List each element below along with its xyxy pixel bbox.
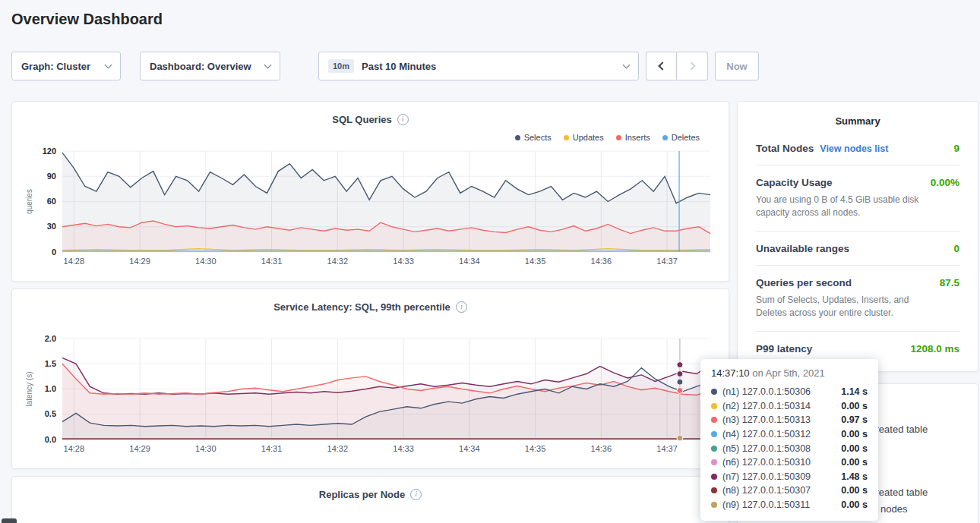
legend-item[interactable]: Selects (515, 133, 552, 142)
svg-text:14:28: 14:28 (64, 444, 85, 453)
summary-row-qps: Queries per second 87.5 (756, 266, 959, 288)
svg-text:14:33: 14:33 (393, 444, 414, 453)
svg-text:14:32: 14:32 (327, 257, 349, 266)
unavailable-ranges-value: 0 (953, 243, 959, 254)
time-step-forward-button[interactable] (677, 52, 708, 80)
service-latency-title-row: Service Latency: SQL, 99th percentile i (12, 289, 729, 313)
node-address: (n6) 127.0.0.1:50310 (722, 457, 836, 468)
sql-queries-card: SQL Queries i Selects Updates Inserts De… (11, 101, 729, 282)
svg-text:120: 120 (43, 147, 56, 156)
node-color-dot-icon (711, 487, 717, 493)
node-color-dot-icon (711, 403, 717, 409)
node-latency-value: 1.14 s (841, 386, 868, 397)
dashboard-dropdown[interactable]: Dashboard: Overview (140, 52, 280, 80)
node-color-dot-icon (711, 502, 717, 508)
service-latency-chart[interactable]: 0.00.51.01.52.014:2814:2914:3014:3114:32… (23, 332, 718, 458)
tooltip-node-row: (n6) 127.0.0.1:50310 0.00 s (711, 455, 868, 470)
time-step-back-button[interactable] (646, 52, 677, 80)
summary-row-p99: P99 latency 1208.0 ms (756, 332, 959, 354)
total-nodes-label-wrap: Total Nodes View nodes list (756, 143, 888, 154)
info-icon[interactable]: i (456, 301, 467, 313)
dashboard-dropdown-label: Dashboard: Overview (150, 61, 251, 72)
p99-latency-label: P99 latency (756, 343, 812, 354)
p99-latency-value: 1208.0 ms (910, 343, 959, 354)
graph-dropdown-label: Graph: Cluster (21, 61, 90, 72)
legend-dot-icon (662, 135, 668, 140)
tooltip-date: on Apr 5th, 2021 (750, 367, 825, 379)
legend-label: Inserts (625, 133, 650, 142)
tooltip-node-row: (n2) 127.0.0.1:50314 0.00 s (711, 399, 868, 414)
view-nodes-list-link[interactable]: View nodes list (820, 143, 888, 154)
replicas-title-row: Replicas per Node i (12, 477, 729, 500)
svg-text:14:29: 14:29 (129, 444, 150, 453)
svg-text:30: 30 (47, 222, 56, 231)
time-range-label: Past 10 Minutes (362, 61, 436, 72)
legend-item[interactable]: Deletes (662, 133, 700, 142)
total-nodes-label: Total Nodes (756, 143, 814, 154)
node-color-dot-icon (711, 389, 717, 395)
summary-row-capacity: Capacity Usage 0.00% (756, 165, 959, 188)
summary-row-total-nodes: Total Nodes View nodes list 9 (756, 131, 959, 154)
chart-hover-tooltip: 14:37:10 on Apr 5th, 2021 (n1) 127.0.0.1… (700, 359, 878, 521)
svg-text:0.0: 0.0 (45, 435, 56, 444)
svg-text:1.5: 1.5 (45, 359, 56, 368)
time-range-dropdown[interactable]: 10m Past 10 Minutes (318, 52, 639, 80)
summary-panel: Summary Total Nodes View nodes list 9 Ca… (737, 101, 978, 372)
legend-item[interactable]: Updates (564, 133, 604, 142)
replicas-per-node-card: Replicas per Node i (11, 476, 729, 523)
node-latency-value: 0.00 s (841, 499, 868, 510)
info-icon[interactable]: i (397, 114, 409, 125)
chevron-down-icon (105, 61, 112, 68)
event-item: created table (871, 424, 928, 435)
node-address: (n8) 127.0.0.1:50307 (722, 485, 836, 496)
replicas-title: Replicas per Node (319, 489, 405, 500)
tooltip-time: 14:37:10 (711, 367, 750, 379)
graph-dropdown[interactable]: Graph: Cluster (11, 52, 121, 80)
node-address: (n2) 127.0.0.1:50314 (722, 401, 836, 411)
capacity-label: Capacity Usage (756, 177, 833, 188)
svg-text:14:35: 14:35 (525, 444, 546, 453)
svg-text:14:32: 14:32 (327, 444, 349, 453)
total-nodes-value: 9 (953, 143, 959, 154)
node-latency-value: 0.00 s (841, 429, 868, 440)
svg-text:queries: queries (25, 189, 33, 214)
qps-value: 87.5 (940, 277, 959, 288)
svg-text:14:37: 14:37 (656, 444, 678, 453)
time-range-badge: 10m (328, 59, 354, 73)
legend-dot-icon (564, 135, 569, 140)
node-color-dot-icon (711, 431, 717, 437)
svg-text:14:36: 14:36 (591, 257, 612, 266)
node-color-dot-icon (711, 446, 717, 452)
svg-text:14:31: 14:31 (261, 444, 283, 453)
node-latency-value: 0.00 s (841, 485, 868, 496)
legend-label: Selects (524, 133, 552, 142)
node-color-dot-icon (711, 474, 717, 480)
node-latency-value: 0.00 s (841, 443, 868, 454)
node-address: (n4) 127.0.0.1:50312 (722, 429, 836, 440)
chevron-right-icon (687, 61, 695, 70)
qps-label: Queries per second (756, 277, 852, 288)
page-title: Overview Dashboard (11, 11, 163, 28)
legend-dot-icon (515, 135, 520, 140)
event-item: created table (871, 487, 928, 498)
legend-item[interactable]: Inserts (616, 133, 650, 142)
bottom-left-widget[interactable] (2, 518, 17, 523)
tooltip-node-row: (n7) 127.0.0.1:50309 1.48 s (711, 470, 868, 484)
chevron-down-icon (623, 61, 631, 68)
svg-text:14:34: 14:34 (459, 444, 480, 453)
summary-row-unavailable: Unavailable ranges 0 (756, 232, 959, 254)
svg-text:14:28: 14:28 (64, 257, 85, 266)
now-button[interactable]: Now (715, 52, 759, 80)
tooltip-node-row: (n3) 127.0.0.1:50313 0.97 s (711, 413, 868, 427)
service-latency-card: Service Latency: SQL, 99th percentile i … (11, 288, 729, 469)
service-latency-title: Service Latency: SQL, 99th percentile (273, 301, 450, 313)
node-address: (n7) 127.0.0.1:50309 (722, 471, 836, 482)
svg-text:90: 90 (47, 172, 56, 181)
sql-queries-chart[interactable]: 030609012014:2814:2914:3014:3114:3214:33… (23, 145, 718, 270)
svg-text:14:29: 14:29 (129, 257, 150, 266)
sql-queries-title-row: SQL Queries i (12, 102, 729, 125)
legend-dot-icon (616, 135, 621, 140)
svg-text:14:37: 14:37 (656, 257, 678, 266)
info-icon[interactable]: i (410, 489, 422, 500)
time-step-buttons (646, 52, 708, 80)
